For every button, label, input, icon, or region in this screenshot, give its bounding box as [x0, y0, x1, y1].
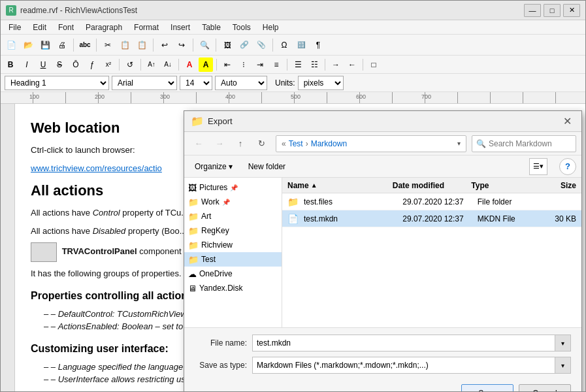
filename-dropdown[interactable]: ▾ [555, 335, 571, 351]
highlight-button[interactable]: A [199, 57, 213, 72]
save-toolbar-button[interactable]: 💾 [37, 37, 53, 53]
col-size-header[interactable]: Size [534, 181, 576, 190]
menu-insert[interactable]: Insert [165, 22, 195, 33]
menu-tools[interactable]: Tools [227, 22, 256, 33]
dialog-close-button[interactable]: ✕ [559, 114, 575, 129]
file-row-test-files[interactable]: 📁 test.files 29.07.2020 12:37 File folde… [282, 193, 581, 210]
format-toolbar: B I U S Ō ƒ x² ↺ A↑ A↓ A A ⇤ ⁝ ⇥ ≡ ☰ ☷ →… [1, 56, 585, 74]
bold-button[interactable]: B [3, 57, 18, 72]
fmt-sep-5 [287, 59, 287, 71]
spell-button[interactable]: abc [77, 37, 93, 53]
new-button[interactable]: 📄 [3, 37, 19, 53]
col-name-header[interactable]: Name ▲ [287, 181, 393, 190]
color-select[interactable]: Auto [215, 76, 267, 90]
tree-item-yandex[interactable]: 🖥 Yandex.Disk [184, 281, 282, 295]
tree-item-art[interactable]: 📁 Art [184, 209, 282, 223]
menu-font[interactable]: Font [53, 22, 79, 33]
save-dialog-button[interactable]: Save [461, 384, 513, 391]
nav-refresh-button[interactable]: ↻ [252, 135, 270, 152]
breadcrumb-item-test[interactable]: Test [289, 139, 303, 148]
print-button[interactable]: 🖨 [54, 37, 70, 53]
tree-item-test[interactable]: 📁 Test [184, 252, 282, 267]
font-button[interactable]: 🔡 [293, 37, 309, 53]
organize-button[interactable]: Organize ▾ [189, 158, 238, 175]
redo-button[interactable]: ↪ [174, 37, 189, 53]
attach-button[interactable]: 📎 [253, 37, 269, 53]
size-select[interactable]: 14 [180, 76, 212, 90]
align-center-button[interactable]: ⁝ [236, 57, 251, 72]
strikethrough-button[interactable]: S [52, 57, 67, 72]
tree-item-pictures[interactable]: 🖼 Pictures 📌 [184, 180, 282, 195]
new-folder-button[interactable]: New folder [242, 158, 292, 175]
image-button[interactable]: 🖼 [220, 37, 235, 53]
menu-edit[interactable]: Edit [27, 22, 52, 33]
cut-button[interactable]: ✂ [100, 37, 116, 53]
filename-input[interactable] [252, 335, 555, 351]
fx-button[interactable]: ƒ [85, 57, 99, 72]
open-button[interactable]: 📂 [20, 37, 36, 53]
file-row-test-mkdn[interactable]: 📄 test.mkdn 29.07.2020 12:37 MKDN File 3… [282, 210, 581, 227]
breadcrumb-dropdown-arrow[interactable]: ▾ [457, 140, 461, 147]
minimize-button[interactable]: — [524, 4, 541, 17]
border-button[interactable]: □ [366, 57, 381, 72]
separator-4 [193, 39, 193, 52]
view-toggle-button[interactable]: ☰▾ [529, 158, 547, 175]
col-date-header[interactable]: Date modified [393, 181, 472, 190]
menu-help[interactable]: Help [257, 22, 284, 33]
menu-paragraph[interactable]: Paragraph [80, 22, 127, 33]
find-button[interactable]: 🔍 [197, 37, 212, 53]
col-type-header[interactable]: Type [471, 181, 534, 190]
font-select[interactable]: Arial [112, 76, 177, 90]
nav-back-button[interactable]: ← [189, 135, 208, 152]
overline-button[interactable]: Ō [69, 57, 83, 72]
menu-table[interactable]: Table [197, 22, 226, 33]
nav-up-button[interactable]: ↑ [231, 135, 250, 152]
indent-increase-button[interactable]: → [329, 57, 343, 72]
tree-item-work[interactable]: 📁 Work 📌 [184, 195, 282, 209]
file-name-test-mkdn: test.mkdn [304, 214, 400, 223]
indent-decrease-button[interactable]: ← [345, 57, 359, 72]
link-button[interactable]: 🔗 [236, 37, 252, 53]
para-button[interactable]: ¶ [310, 37, 326, 53]
undo-button[interactable]: ↩ [157, 37, 172, 53]
tree-item-onedrive[interactable]: ☁ OneDrive [184, 267, 282, 281]
align-left-button[interactable]: ⇤ [220, 57, 235, 72]
align-right-button[interactable]: ⇥ [253, 57, 267, 72]
tree-item-yandex-label: Yandex.Disk [199, 284, 242, 293]
fmt-sep-7 [363, 59, 363, 71]
tree-item-richview[interactable]: 📁 Richview [184, 238, 282, 252]
grow-font-button[interactable]: A↑ [144, 57, 159, 72]
tree-item-regkey[interactable]: 📁 RegKey [184, 223, 282, 238]
superscript-button[interactable]: x² [101, 57, 116, 72]
bullet-list-button[interactable]: ☰ [291, 57, 305, 72]
align-justify-button[interactable]: ≡ [269, 57, 284, 72]
shrink-font-button[interactable]: A↓ [161, 57, 175, 72]
menu-file[interactable]: File [3, 22, 26, 33]
file-name-test-files: test.files [304, 197, 400, 206]
close-button[interactable]: ✕ [563, 4, 580, 17]
units-select[interactable]: pixels [298, 76, 344, 90]
filetype-row: Save as type: ▾ [195, 357, 571, 374]
fmt-sep-3 [178, 59, 179, 71]
font-color-button[interactable]: A [182, 57, 197, 72]
copy-button[interactable]: 📋 [117, 37, 133, 53]
style-select[interactable]: Heading 1 [5, 76, 109, 90]
cancel-dialog-button[interactable]: Cancel [519, 384, 571, 391]
maximize-button[interactable]: □ [544, 4, 561, 17]
menu-format[interactable]: Format [129, 22, 164, 33]
filetype-input[interactable] [252, 357, 555, 374]
num-list-button[interactable]: ☷ [307, 57, 321, 72]
symbol-button[interactable]: Ω [276, 37, 292, 53]
nav-forward-button[interactable]: → [210, 135, 229, 152]
italic-button[interactable]: I [20, 57, 34, 72]
main-window: R readme.rvf - RichViewActionsTest — □ ✕… [0, 0, 586, 392]
remove-format-button[interactable]: ↺ [123, 57, 137, 72]
breadcrumb-item-markdown[interactable]: Markdown [311, 139, 347, 148]
test-mkdn-file-icon: 📄 [287, 214, 299, 224]
search-input[interactable] [489, 139, 585, 148]
filetype-dropdown[interactable]: ▾ [555, 357, 571, 374]
paste-button[interactable]: 📋 [134, 37, 150, 53]
yandex-icon: 🖥 [188, 284, 197, 293]
underline-button[interactable]: U [36, 57, 50, 72]
help-button[interactable]: ? [559, 158, 576, 175]
